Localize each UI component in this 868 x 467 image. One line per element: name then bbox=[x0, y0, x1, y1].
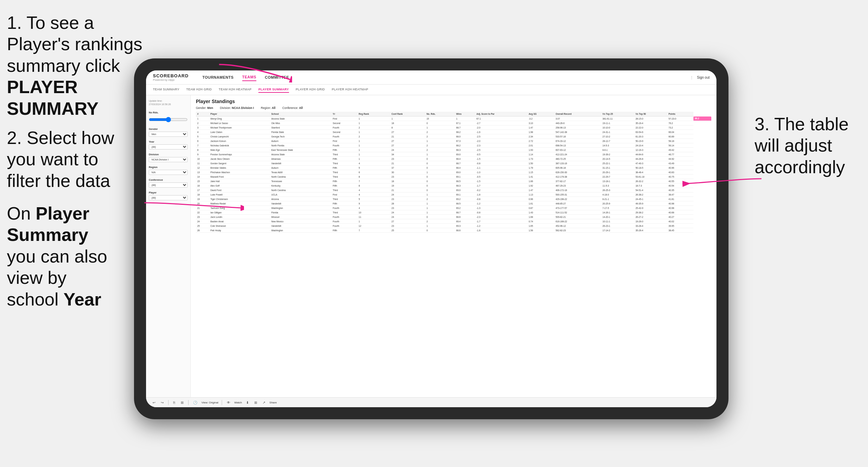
table-cell: 0 bbox=[425, 188, 455, 192]
table-filters: Gender: Men Division: NCAA Division I Re… bbox=[196, 106, 711, 110]
grid-btn[interactable]: ⊞ bbox=[253, 400, 258, 405]
table-cell: Vanderbilt bbox=[270, 224, 332, 228]
table-row: 5Christo LamprechtGeorgia TechFourth2212… bbox=[196, 134, 711, 139]
table-cell: 16 bbox=[196, 184, 209, 188]
table-cell: First bbox=[331, 192, 357, 197]
table-cell: 616-168-22 bbox=[554, 219, 601, 224]
table-cell: 0 bbox=[425, 161, 455, 166]
table-cell: 0.74 bbox=[527, 219, 554, 224]
table-cell: 12-16-3 bbox=[634, 148, 667, 152]
table-cell: Vanderbilt bbox=[270, 161, 332, 166]
table-cell: Arizona State bbox=[270, 116, 332, 121]
share-btn[interactable]: ↗ bbox=[261, 400, 267, 405]
table-cell: 0 bbox=[425, 179, 455, 184]
redo-btn[interactable]: ↪ bbox=[159, 400, 165, 405]
table-cell: -0.8 bbox=[475, 197, 527, 201]
table-cell: Bastien Amat bbox=[209, 219, 270, 224]
table-cell: 69.0 bbox=[455, 170, 475, 175]
subnav-player-h2h-grid[interactable]: PLAYER H2H GRID bbox=[296, 87, 325, 93]
table-cell: 37 bbox=[390, 166, 425, 170]
table-cell: 1 bbox=[357, 139, 390, 143]
table-cell: 4 bbox=[357, 192, 390, 197]
table-row: 10Jacob Skov OlesenArkansasFifth123068.4… bbox=[196, 157, 711, 161]
undo-btn[interactable]: ↩ bbox=[151, 400, 157, 405]
table-cell: 0 bbox=[425, 166, 455, 170]
table-cell: 44-64-6 bbox=[634, 152, 667, 157]
share-label[interactable]: Share bbox=[269, 401, 277, 404]
watch-label[interactable]: Watch bbox=[234, 401, 242, 404]
region-select[interactable]: N/A bbox=[149, 170, 188, 175]
table-cell: 26 bbox=[196, 228, 209, 233]
tablet-screen: SCOREBOARD Powered by clippi TOURNAMENTS… bbox=[146, 70, 716, 407]
table-cell: 1.50 bbox=[527, 161, 554, 166]
table-cell: 4-18-0 bbox=[601, 192, 634, 197]
table-cell: 38.47 bbox=[667, 192, 693, 197]
table-cell: 1.92 bbox=[527, 184, 554, 188]
table-cell: First bbox=[331, 116, 357, 121]
no-rds-slider[interactable] bbox=[149, 116, 188, 123]
table-cell: 69.3 bbox=[455, 224, 475, 228]
sign-out-link[interactable]: Sign out bbox=[697, 76, 710, 79]
subnav-player-h2h-heatmap[interactable]: PLAYER H2H HEATMAP bbox=[332, 87, 368, 93]
year-select[interactable]: (All) bbox=[149, 144, 188, 149]
table-cell: Fifth bbox=[331, 201, 357, 206]
table-cell: 27-10-2 bbox=[601, 134, 634, 139]
table-cell: -0.5 bbox=[475, 152, 527, 157]
table-cell: Petr Hruby bbox=[209, 228, 270, 233]
table-cell: 67.1 bbox=[475, 116, 527, 121]
table-cell: 1.56 bbox=[527, 228, 554, 233]
table-cell: Gordon Sargent bbox=[209, 161, 270, 166]
table-row: 9Preston SummerhaysArizona StateThird134… bbox=[196, 152, 711, 157]
subnav-team-summary[interactable]: TEAM SUMMARY bbox=[153, 87, 179, 93]
table-cell: Jake Hall bbox=[209, 179, 270, 184]
subnav-team-h2h-grid[interactable]: TEAM H2H GRID bbox=[186, 87, 212, 93]
table-cell: Preston Summerhays bbox=[209, 152, 270, 157]
subnav-player-summary[interactable]: PLAYER SUMMARY bbox=[258, 87, 289, 93]
table-cell: 8 bbox=[357, 175, 390, 179]
table-cell: Auburn bbox=[270, 166, 332, 170]
table-cell: 429-198-22 bbox=[554, 197, 601, 201]
table-cell: Vanderbilt bbox=[270, 201, 332, 206]
paste-btn[interactable]: ⊞ bbox=[179, 400, 185, 405]
table-cell: 562-82-23 bbox=[554, 228, 601, 233]
table-row: 8Mats EgeEast Tennessee StateFifth124268… bbox=[196, 148, 711, 152]
table-cell: 7 bbox=[196, 143, 209, 148]
table-row: 3Michael ThorbjornsenStanfordFourth28168… bbox=[196, 125, 711, 130]
table-cell: 1.98 bbox=[527, 130, 554, 134]
conference-select[interactable]: (All) bbox=[149, 182, 188, 188]
gender-select[interactable]: Men bbox=[149, 132, 188, 137]
division-select[interactable]: NCAA Division I bbox=[149, 157, 188, 162]
table-cell: 23 bbox=[196, 215, 209, 219]
table-cell: 5 bbox=[196, 134, 209, 139]
table-cell: Luke Claton bbox=[209, 130, 270, 134]
table-cell: Fourth bbox=[331, 206, 357, 210]
download-btn[interactable]: ⬇ bbox=[245, 400, 250, 405]
table-cell: Texas A&M bbox=[270, 170, 332, 175]
table-cell: 66.04 bbox=[667, 130, 693, 134]
table-row: 18Luke PowellUCLAFirst424169.1-1.81.1350… bbox=[196, 192, 711, 197]
table-row: 11Gordon SargentVanderbiltThird421068.7-… bbox=[196, 161, 711, 166]
table-cell: Fifth bbox=[331, 179, 357, 184]
table-cell: Second bbox=[331, 130, 357, 134]
table-cell: Georgia Tech bbox=[270, 134, 332, 139]
table-cell: Second bbox=[331, 121, 357, 125]
copy-btn[interactable]: ⎘ bbox=[172, 400, 177, 405]
table-cell: 67.1 bbox=[455, 121, 475, 125]
table-cell: Cole Sherwood bbox=[209, 224, 270, 228]
table-row: 26Petr HrubyWashingtonFifth725068.6-1.81… bbox=[196, 228, 711, 233]
table-cell: 412-221-24 bbox=[554, 152, 601, 157]
table-cell: 68.3 bbox=[455, 184, 475, 188]
table-cell: David Ford bbox=[209, 188, 270, 192]
table-cell: 7 bbox=[357, 179, 390, 184]
table-cell: 1 bbox=[357, 157, 390, 161]
table-cell: 14-20-1 bbox=[601, 215, 634, 219]
table-cell: -1.8 bbox=[475, 228, 527, 233]
nav-right: ⋮ Sign out bbox=[690, 76, 710, 79]
table-cell: 1 bbox=[357, 121, 390, 125]
subnav-team-h2h-heatmap[interactable]: TEAM H2H HEATMAP bbox=[219, 87, 252, 93]
table-cell: 18-7-3 bbox=[634, 184, 667, 188]
table-cell: Stanford bbox=[270, 125, 332, 130]
table-cell: Missouri bbox=[270, 215, 332, 219]
table-title: Player Standings bbox=[196, 99, 711, 104]
clock-btn[interactable]: 🕐 bbox=[192, 400, 199, 405]
